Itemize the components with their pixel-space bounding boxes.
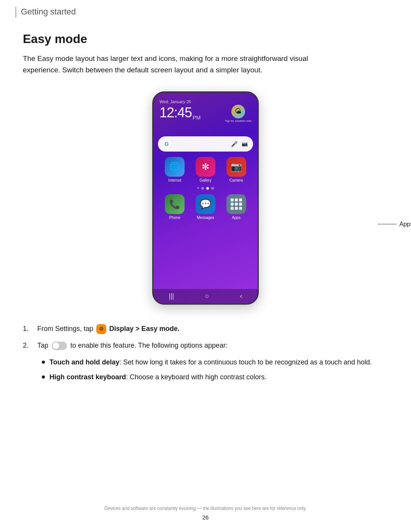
- dot-4: [211, 187, 214, 190]
- phone-search-bar[interactable]: G 🎤 📷: [158, 136, 253, 152]
- touch-hold-delay-label: Touch and hold delay: [49, 358, 119, 366]
- settings-gear-icon: ⚙: [96, 324, 106, 334]
- instruction-number-1: 1.: [23, 324, 34, 334]
- weather-widget: 🌤 Tap for weather info: [225, 105, 252, 123]
- phone-time: 12:45: [159, 105, 192, 121]
- messages-label: Messages: [197, 216, 214, 220]
- phone-frame: Wed, January 26 12:45 PM 🌤 Tap for weath…: [152, 91, 259, 305]
- instruction-1: 1. From Settings, tap ⚙ Display > Easy m…: [23, 324, 388, 334]
- weather-tap-text: Tap for weather info: [225, 119, 252, 123]
- phone-mockup-wrapper: Wed, January 26 12:45 PM 🌤 Tap for weath…: [23, 91, 388, 305]
- page-number: 26: [0, 514, 411, 521]
- section-title: Easy mode: [23, 32, 388, 46]
- page-dots: [153, 187, 258, 190]
- phone-time-period: PM: [193, 115, 201, 121]
- sub-instruction-text-1: Touch and hold delay: Set how long it ta…: [49, 357, 372, 368]
- phone-apps-row-2: 📞 Phone 💬 Messages: [153, 194, 258, 220]
- internet-label: Internet: [168, 178, 181, 182]
- instruction-number-2: 2.: [23, 340, 34, 351]
- page-footer: Devices and software are constantly evol…: [0, 506, 411, 521]
- app-phone[interactable]: 📞 Phone: [165, 194, 185, 220]
- app-messages[interactable]: 💬 Messages: [196, 194, 215, 220]
- section-description: The Easy mode layout has larger text and…: [23, 53, 335, 76]
- phone-apps-row-1: 🌐 Internet ✻ Gallery 📷 Camera: [153, 157, 258, 182]
- camera-label: Camera: [229, 178, 243, 182]
- phone-top-bar: Wed, January 26 12:45 PM 🌤 Tap for weath…: [153, 93, 258, 125]
- google-logo: G: [162, 140, 171, 148]
- phone-nav-bar: ||| ○ ‹: [153, 289, 258, 304]
- phone-icon: 📞: [165, 194, 185, 214]
- sub-instruction-2: High contrast keyboard: Choose a keyboar…: [42, 372, 388, 383]
- nav-home-icon: ○: [205, 292, 209, 300]
- camera-search-icon: 📷: [241, 140, 249, 148]
- sub-instruction-text-2: High contrast keyboard: Choose a keyboar…: [49, 372, 266, 383]
- dot-3: [206, 187, 209, 190]
- bullet-dot-1: [42, 361, 45, 364]
- display-easy-mode-text: Display > Easy mode.: [109, 325, 180, 332]
- weather-icon: 🌤: [231, 105, 245, 118]
- grid-dots: [229, 197, 244, 211]
- content-area: Easy mode The Easy mode layout has large…: [0, 32, 411, 305]
- gallery-icon: ✻: [196, 157, 215, 177]
- app-gallery[interactable]: ✻ Gallery: [196, 157, 215, 182]
- app-camera[interactable]: 📷 Camera: [226, 157, 246, 182]
- internet-icon: 🌐: [165, 157, 185, 177]
- dot-1: [197, 187, 199, 189]
- phone-label: Phone: [169, 216, 180, 220]
- instruction-text-2: Tap to enable this feature. The followin…: [37, 340, 388, 351]
- nav-menu-icon: |||: [169, 292, 174, 300]
- instruction-text-1: From Settings, tap ⚙ Display > Easy mode…: [37, 324, 388, 334]
- phone-date: Wed, January 26: [159, 99, 252, 104]
- high-contrast-keyboard-label: High contrast keyboard: [49, 373, 126, 381]
- nav-back-icon: ‹: [240, 292, 242, 300]
- instructions-section: 1. From Settings, tap ⚙ Display > Easy m…: [0, 324, 411, 383]
- toggle-knob: [53, 342, 59, 349]
- apps-list-label: Apps list: [400, 221, 411, 228]
- camera-icon: 📷: [226, 157, 246, 177]
- phone-time-row: 12:45 PM 🌤 Tap for weather info: [159, 105, 252, 123]
- toggle-switch-icon: [52, 342, 67, 350]
- apps-list-callout: Apps list: [378, 221, 411, 228]
- microphone-icon: 🎤: [230, 140, 238, 148]
- messages-icon: 💬: [196, 194, 215, 214]
- apps-grid-icon: [226, 194, 246, 214]
- header-section: Getting started: [0, 0, 411, 17]
- dot-2: [201, 187, 204, 190]
- breadcrumb: Getting started: [21, 7, 388, 17]
- page-border-accent: [15, 7, 16, 18]
- app-apps[interactable]: Apps: [226, 194, 246, 220]
- app-internet[interactable]: 🌐 Internet: [165, 157, 185, 182]
- callout-line: [378, 224, 397, 224]
- apps-label: Apps: [232, 216, 241, 220]
- bullet-dot-2: [42, 375, 45, 379]
- sub-instruction-1: Touch and hold delay: Set how long it ta…: [42, 357, 388, 368]
- instruction-2: 2. Tap to enable this feature. The follo…: [23, 340, 388, 351]
- gallery-label: Gallery: [199, 178, 212, 182]
- footer-note: Devices and software are constantly evol…: [0, 506, 411, 511]
